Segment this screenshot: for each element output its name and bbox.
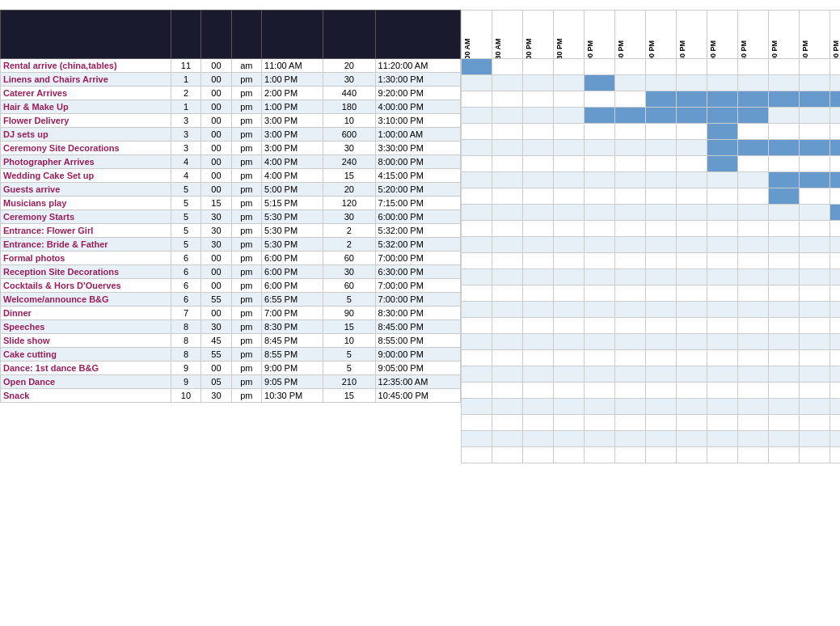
- gantt-cell: [523, 108, 554, 124]
- col-endtime: [375, 11, 460, 59]
- hour-cell: 5: [171, 224, 201, 238]
- ampm-cell: pm: [231, 375, 261, 389]
- gantt-cell: [769, 318, 800, 334]
- duration-cell: 60: [323, 279, 375, 293]
- gantt-cell: [615, 318, 646, 334]
- gantt-cell: [462, 140, 492, 156]
- gantt-cell: [830, 334, 841, 350]
- gantt-cell: [830, 205, 841, 221]
- min-cell: 45: [201, 334, 231, 348]
- gantt-cell: [646, 318, 677, 334]
- gantt-cell: [707, 447, 738, 463]
- min-cell: 00: [201, 155, 231, 169]
- hour-cell: 8: [171, 348, 201, 362]
- gantt-cell: [646, 124, 677, 140]
- gantt-cell: [523, 205, 554, 221]
- gantt-cell: [462, 431, 492, 447]
- table-row: Welcome/announce B&G 6 55 pm 6:55 PM 5 7…: [1, 293, 461, 307]
- gantt-chart: 11:00 AM11:30 AM12:00 PM12:30 PM1:00 PM1…: [461, 10, 840, 463]
- min-cell: 00: [201, 362, 231, 375]
- min-cell: 00: [201, 183, 231, 197]
- endtime-cell: 10:45:00 PM: [375, 389, 460, 403]
- gantt-cell: [492, 156, 523, 172]
- min-cell: 05: [201, 375, 231, 389]
- gantt-cell: [800, 237, 830, 253]
- endtime-cell: 9:00:00 PM: [375, 348, 460, 362]
- gantt-cell: [677, 156, 707, 172]
- gantt-cell: [492, 383, 523, 399]
- min-cell: 00: [201, 279, 231, 293]
- endtime-cell: 7:00:00 PM: [375, 252, 460, 265]
- min-cell: 55: [201, 348, 231, 362]
- gantt-row: [462, 124, 841, 140]
- duration-cell: 30: [323, 210, 375, 224]
- gantt-cell: [462, 75, 492, 91]
- gantt-cell: [769, 383, 800, 399]
- item-name: DJ sets up: [1, 128, 171, 142]
- endtime-cell: 6:30:00 PM: [375, 265, 460, 279]
- duration-cell: 60: [323, 252, 375, 265]
- gantt-cell: [646, 334, 677, 350]
- gantt-time-header: 4:00 PM: [769, 11, 800, 59]
- gantt-cell: [769, 91, 800, 108]
- gantt-cell: [677, 286, 707, 302]
- time-cell: 5:30 PM: [262, 238, 323, 252]
- gantt-cell: [677, 334, 707, 350]
- gantt-cell: [738, 366, 769, 383]
- col-duration: [323, 11, 375, 59]
- time-cell: 3:00 PM: [262, 128, 323, 142]
- gantt-cell: [585, 188, 615, 205]
- gantt-cell: [707, 383, 738, 399]
- hour-cell: 5: [171, 197, 201, 210]
- duration-cell: 440: [323, 87, 375, 100]
- gantt-cell: [830, 415, 841, 431]
- gantt-cell: [585, 415, 615, 431]
- endtime-cell: 4:15:00 PM: [375, 169, 460, 183]
- ampm-cell: pm: [231, 224, 261, 238]
- time-cell: 8:45 PM: [262, 334, 323, 348]
- gantt-cell: [800, 188, 830, 205]
- gantt-cell: [738, 253, 769, 269]
- duration-cell: 210: [323, 375, 375, 389]
- gantt-cell: [800, 318, 830, 334]
- item-name: Rental arrive (china,tables): [1, 59, 171, 73]
- gantt-cell: [646, 399, 677, 415]
- gantt-cell: [585, 350, 615, 366]
- gantt-cell: [830, 188, 841, 205]
- gantt-cell: [738, 350, 769, 366]
- item-name: Photographer Arrives: [1, 155, 171, 169]
- gantt-cell: [769, 253, 800, 269]
- table-row: Photographer Arrives 4 00 pm 4:00 PM 240…: [1, 155, 461, 169]
- ampm-cell: pm: [231, 197, 261, 210]
- item-name: Dance: 1st dance B&G: [1, 362, 171, 375]
- gantt-time-header: 11:30 AM: [492, 11, 523, 59]
- gantt-cell: [830, 156, 841, 172]
- item-name: Cake cutting: [1, 348, 171, 362]
- table-row: Wedding Cake Set up 4 00 pm 4:00 PM 15 4…: [1, 169, 461, 183]
- gantt-cell: [677, 221, 707, 237]
- item-name: Entrance: Bride & Father: [1, 238, 171, 252]
- endtime-cell: 9:05:00 PM: [375, 362, 460, 375]
- gantt-cell: [707, 350, 738, 366]
- gantt-cell: [585, 318, 615, 334]
- gantt-cell: [492, 366, 523, 383]
- gantt-cell: [677, 302, 707, 318]
- gantt-cell: [738, 431, 769, 447]
- gantt-cell: [462, 383, 492, 399]
- gantt-header-row: 11:00 AM11:30 AM12:00 PM12:30 PM1:00 PM1…: [462, 11, 841, 59]
- gantt-cell: [585, 302, 615, 318]
- gantt-cell: [585, 221, 615, 237]
- gantt-cell: [707, 108, 738, 124]
- ampm-cell: pm: [231, 169, 261, 183]
- gantt-cell: [492, 334, 523, 350]
- duration-cell: 180: [323, 100, 375, 114]
- gantt-time-header: 5:00 PM: [830, 11, 841, 59]
- gantt-cell: [554, 253, 585, 269]
- gantt-cell: [800, 75, 830, 91]
- item-name: Linens and Chairs Arrive: [1, 73, 171, 87]
- time-cell: 6:55 PM: [262, 293, 323, 307]
- item-name: Formal photos: [1, 252, 171, 265]
- gantt-cell: [523, 237, 554, 253]
- gantt-cell: [615, 399, 646, 415]
- table-row: Speeches 8 30 pm 8:30 PM 15 8:45:00 PM: [1, 320, 461, 334]
